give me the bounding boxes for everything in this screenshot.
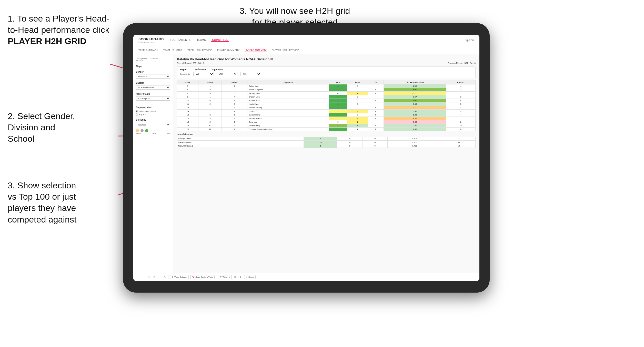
table-cell: 0 [368, 92, 384, 95]
table-cell: 16 [177, 117, 198, 120]
sidebar-gender-select[interactable]: Women's [136, 74, 170, 79]
table-cell: 2 [222, 88, 247, 92]
sidebar-timestamp: Last Updated: 27/03/2024 16:55:38 [136, 57, 170, 62]
ood-cell: 5 [304, 144, 337, 148]
table-cell: 3 [446, 88, 475, 92]
toolbar-share[interactable]: ↗ Share [244, 275, 256, 279]
colour-dot-level [140, 129, 144, 132]
table-cell: 0 [347, 102, 368, 106]
sub-nav-team-h2h-heatmap[interactable]: TEAM H2H HEATMAP [187, 48, 212, 52]
table-cell: 3 [177, 84, 198, 88]
ood-cell: 30 [442, 141, 476, 144]
table-cell: 2 [446, 120, 475, 124]
table-cell: -1.00 [384, 92, 446, 95]
toolbar-undo[interactable]: ↩ [136, 275, 140, 279]
table-cell [368, 95, 384, 99]
toolbar-icon2[interactable]: ⊞ [239, 275, 243, 279]
col-loss: Loss [347, 80, 368, 84]
sub-nav-team-h2h-grid[interactable]: TEAM H2H GRID [163, 48, 182, 52]
sub-nav-player-h2h-grid[interactable]: PLAYER H2H GRID [245, 48, 267, 52]
table-cell: Andrea York [247, 99, 329, 102]
table-cell: 8 [198, 113, 222, 117]
table-cell: 0.33 [384, 102, 446, 106]
table-row: 311Esther Lee101.504 [177, 84, 476, 88]
table-cell: 1 [329, 102, 347, 106]
overall-record: Overall Record: 353 - 34 - 6 [177, 62, 204, 64]
table-body: 311Esther Lee101.504522Alexis Sudjianto1… [177, 84, 476, 131]
opponent-select[interactable]: (All) [240, 72, 261, 76]
table-cell: 1 [329, 117, 347, 120]
sidebar-player-rank-select[interactable]: 8. Katelyn Vo [136, 96, 170, 101]
toolbar-view-original[interactable]: ⊞ View: Original [170, 275, 189, 279]
table-cell: Jessica Huang [247, 106, 329, 110]
instruction-step1: 1. To see a Player's Head-to-Head perfor… [8, 13, 118, 47]
ood-cell: 4.500 [388, 137, 442, 141]
region-select[interactable]: (All) [193, 72, 214, 76]
toolbar-redo2[interactable]: ↪ [147, 275, 151, 279]
toolbar-redo[interactable]: ↩ [142, 275, 146, 279]
conference-select[interactable]: (All) [217, 72, 237, 76]
toolbar-watch[interactable]: 👁 Watch ▾ [218, 275, 232, 279]
table-cell: 2 [347, 117, 368, 120]
radio-dot-2 [136, 113, 138, 115]
toolbar-history[interactable]: ↩ [157, 275, 161, 279]
opponent-view-label: Opponent view [136, 106, 170, 109]
toolbar-save-custom[interactable]: 🔖 Save Custom View [190, 275, 214, 279]
table-cell: 7 [446, 117, 475, 120]
table-cell: 0 [368, 106, 384, 110]
table-cell: 11 [177, 102, 198, 106]
ood-cell: 9.267 [388, 141, 442, 144]
radio-top100[interactable]: Top 100 [136, 113, 170, 115]
table-cell: -0.94 [384, 117, 446, 120]
table-cell [368, 102, 384, 106]
nav-committee[interactable]: COMMITTEE [211, 38, 229, 42]
table-cell: 0 [368, 113, 384, 117]
table-cell: Sydney Kuo [247, 92, 329, 95]
sub-navbar: TEAM SUMMARY TEAM H2H GRID TEAM H2H HEAT… [133, 46, 479, 54]
tablet-device: SCOREBOARD Powered by clippd TOURNAMENTS… [123, 23, 490, 293]
table-cell: 0 [329, 92, 347, 95]
toolbar-icon1[interactable]: ⊡ [233, 275, 237, 279]
sidebar-division-select[interactable]: NCAA Division III [136, 85, 170, 90]
col-reg: # Reg [198, 80, 222, 84]
ood-cell: 0 [363, 137, 388, 141]
table-row: 633Sydney Kuo010-1.00 [177, 92, 476, 95]
toolbar-copy[interactable]: ⎘ [153, 275, 156, 279]
table-cell: 14 [177, 110, 198, 113]
table-cell [446, 92, 475, 95]
table-row: 20117Federica Domecq Lacroze2101.336 [177, 128, 476, 131]
nav-tournaments[interactable]: TOURNAMENTS [169, 38, 192, 42]
colour-by-label: Colour by [136, 119, 170, 121]
sidebar-divider [136, 104, 170, 104]
sub-nav-player-h2h-heatmap[interactable]: PLAYER H2H HEATMAP [272, 48, 299, 52]
table-cell: Federica Domecq Lacroze [247, 128, 329, 131]
table-cell: 7 [198, 110, 222, 113]
table-cell: 3.67 [384, 95, 446, 99]
radio-opponents-played[interactable]: Opponents Played [136, 110, 170, 112]
sidebar: Last Updated: 27/03/2024 16:55:38 Player… [133, 54, 173, 273]
table-cell: 2 [347, 110, 368, 113]
table-cell: 1 [329, 106, 347, 110]
region-filter: Region [180, 68, 189, 71]
radio-group: Opponents Played Top 100 [136, 110, 170, 115]
table-cell: 5 [177, 88, 198, 92]
ood-cell: NAIA Division 1 [177, 141, 304, 144]
toolbar-time[interactable]: ◷ [163, 275, 167, 279]
table-cell: 11 [446, 124, 475, 128]
table-cell: 2 [329, 99, 347, 102]
colour-labels: Down Level Up [136, 133, 170, 134]
table-cell: 7 [222, 128, 247, 131]
sub-nav-team-summary[interactable]: TEAM SUMMARY [138, 48, 158, 52]
table-cell: Jessica Mason [247, 117, 329, 120]
colour-by-select[interactable]: Win/loss [136, 123, 170, 127]
table-row: 1637Jessica Mason120-0.947 [177, 117, 476, 120]
sub-nav-player-summary[interactable]: PLAYER SUMMARY [217, 48, 239, 52]
ood-cell: 15 [304, 141, 337, 144]
nav-teams[interactable]: TEAMS [196, 38, 207, 42]
radio-dot-1 [136, 110, 138, 112]
table-cell: 4 [446, 113, 475, 117]
table-cell: 4 [222, 95, 247, 99]
table-cell: 1 [347, 124, 368, 128]
table-cell: 18 [177, 120, 198, 124]
colour-dot-up [145, 129, 148, 132]
